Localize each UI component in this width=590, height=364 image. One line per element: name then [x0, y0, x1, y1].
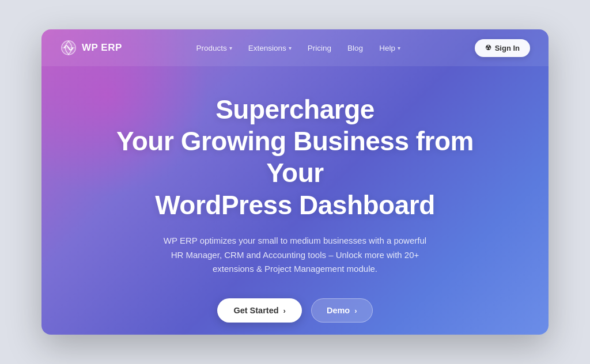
arrow-right-icon: ›: [354, 306, 357, 315]
get-started-button[interactable]: Get Started ›: [217, 298, 302, 323]
chevron-down-icon: ▾: [289, 45, 292, 51]
nav-links: Products ▾ Extensions ▾ Pricing Blog Hel…: [196, 44, 400, 52]
arrow-right-icon: ›: [283, 306, 286, 315]
hero-section: Supercharge Your Growing Business from Y…: [41, 66, 549, 335]
demo-button[interactable]: Demo ›: [311, 298, 373, 323]
user-icon: ☢: [485, 44, 491, 52]
brand-name: WP ERP: [82, 42, 122, 54]
chevron-down-icon: ▾: [229, 45, 232, 51]
chevron-down-icon: ▾: [398, 45, 400, 51]
hero-subtitle: WP ERP optimizes your small to medium bu…: [157, 234, 433, 276]
cta-buttons: Get Started › Demo ›: [217, 298, 372, 323]
nav-blog[interactable]: Blog: [347, 44, 363, 52]
logo-area[interactable]: WP ERP: [60, 39, 122, 56]
nav-products[interactable]: Products ▾: [196, 44, 232, 52]
sign-in-button[interactable]: ☢ Sign In: [475, 39, 530, 57]
navbar: WP ERP Products ▾ Extensions ▾ Pricing B…: [41, 29, 549, 66]
hero-title: Supercharge Your Growing Business from Y…: [88, 94, 502, 221]
browser-window: WP ERP Products ▾ Extensions ▾ Pricing B…: [41, 29, 549, 335]
nav-pricing[interactable]: Pricing: [308, 44, 331, 52]
logo-icon: [60, 39, 77, 56]
nav-extensions[interactable]: Extensions ▾: [248, 44, 292, 52]
nav-help[interactable]: Help ▾: [379, 44, 400, 52]
